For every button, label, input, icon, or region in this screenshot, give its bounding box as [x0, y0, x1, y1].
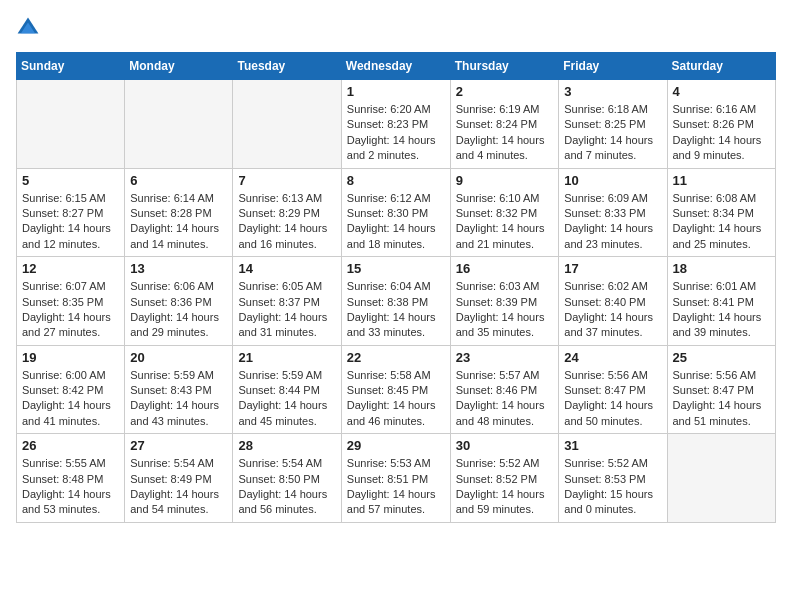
day-info: Sunrise: 6:09 AMSunset: 8:33 PMDaylight:…: [564, 191, 661, 253]
calendar-week-row: 1Sunrise: 6:20 AMSunset: 8:23 PMDaylight…: [17, 80, 776, 169]
day-number: 16: [456, 261, 554, 276]
day-number: 6: [130, 173, 227, 188]
calendar-week-row: 19Sunrise: 6:00 AMSunset: 8:42 PMDayligh…: [17, 345, 776, 434]
day-info: Sunrise: 5:54 AMSunset: 8:49 PMDaylight:…: [130, 456, 227, 518]
weekday-header: Sunday: [17, 53, 125, 80]
day-info: Sunrise: 6:06 AMSunset: 8:36 PMDaylight:…: [130, 279, 227, 341]
day-number: 1: [347, 84, 445, 99]
calendar-day-cell: 22Sunrise: 5:58 AMSunset: 8:45 PMDayligh…: [341, 345, 450, 434]
weekday-header: Friday: [559, 53, 667, 80]
calendar-day-cell: 3Sunrise: 6:18 AMSunset: 8:25 PMDaylight…: [559, 80, 667, 169]
calendar-day-cell: 30Sunrise: 5:52 AMSunset: 8:52 PMDayligh…: [450, 434, 559, 523]
calendar-table: SundayMondayTuesdayWednesdayThursdayFrid…: [16, 52, 776, 523]
day-number: 15: [347, 261, 445, 276]
calendar-day-cell: 27Sunrise: 5:54 AMSunset: 8:49 PMDayligh…: [125, 434, 233, 523]
day-info: Sunrise: 6:14 AMSunset: 8:28 PMDaylight:…: [130, 191, 227, 253]
day-info: Sunrise: 5:56 AMSunset: 8:47 PMDaylight:…: [564, 368, 661, 430]
day-number: 27: [130, 438, 227, 453]
calendar-day-cell: 8Sunrise: 6:12 AMSunset: 8:30 PMDaylight…: [341, 168, 450, 257]
day-info: Sunrise: 5:53 AMSunset: 8:51 PMDaylight:…: [347, 456, 445, 518]
day-info: Sunrise: 5:58 AMSunset: 8:45 PMDaylight:…: [347, 368, 445, 430]
day-number: 30: [456, 438, 554, 453]
day-number: 22: [347, 350, 445, 365]
day-info: Sunrise: 5:52 AMSunset: 8:52 PMDaylight:…: [456, 456, 554, 518]
day-number: 7: [238, 173, 335, 188]
calendar-day-cell: 19Sunrise: 6:00 AMSunset: 8:42 PMDayligh…: [17, 345, 125, 434]
calendar-header-row: SundayMondayTuesdayWednesdayThursdayFrid…: [17, 53, 776, 80]
day-info: Sunrise: 6:10 AMSunset: 8:32 PMDaylight:…: [456, 191, 554, 253]
calendar-day-cell: 4Sunrise: 6:16 AMSunset: 8:26 PMDaylight…: [667, 80, 776, 169]
day-info: Sunrise: 5:59 AMSunset: 8:44 PMDaylight:…: [238, 368, 335, 430]
calendar-day-cell: [667, 434, 776, 523]
day-number: 10: [564, 173, 661, 188]
day-number: 28: [238, 438, 335, 453]
weekday-header: Wednesday: [341, 53, 450, 80]
calendar-day-cell: 23Sunrise: 5:57 AMSunset: 8:46 PMDayligh…: [450, 345, 559, 434]
day-number: 21: [238, 350, 335, 365]
day-number: 20: [130, 350, 227, 365]
calendar-day-cell: 1Sunrise: 6:20 AMSunset: 8:23 PMDaylight…: [341, 80, 450, 169]
day-info: Sunrise: 6:04 AMSunset: 8:38 PMDaylight:…: [347, 279, 445, 341]
day-number: 31: [564, 438, 661, 453]
calendar-day-cell: 24Sunrise: 5:56 AMSunset: 8:47 PMDayligh…: [559, 345, 667, 434]
calendar-day-cell: 29Sunrise: 5:53 AMSunset: 8:51 PMDayligh…: [341, 434, 450, 523]
day-number: 24: [564, 350, 661, 365]
day-number: 17: [564, 261, 661, 276]
calendar-day-cell: 5Sunrise: 6:15 AMSunset: 8:27 PMDaylight…: [17, 168, 125, 257]
weekday-header: Saturday: [667, 53, 776, 80]
day-info: Sunrise: 6:13 AMSunset: 8:29 PMDaylight:…: [238, 191, 335, 253]
day-number: 13: [130, 261, 227, 276]
calendar-day-cell: 10Sunrise: 6:09 AMSunset: 8:33 PMDayligh…: [559, 168, 667, 257]
weekday-header: Tuesday: [233, 53, 341, 80]
calendar-day-cell: 18Sunrise: 6:01 AMSunset: 8:41 PMDayligh…: [667, 257, 776, 346]
day-number: 8: [347, 173, 445, 188]
day-info: Sunrise: 5:59 AMSunset: 8:43 PMDaylight:…: [130, 368, 227, 430]
calendar-day-cell: 14Sunrise: 6:05 AMSunset: 8:37 PMDayligh…: [233, 257, 341, 346]
calendar-day-cell: 6Sunrise: 6:14 AMSunset: 8:28 PMDaylight…: [125, 168, 233, 257]
day-number: 9: [456, 173, 554, 188]
day-number: 12: [22, 261, 119, 276]
day-info: Sunrise: 6:07 AMSunset: 8:35 PMDaylight:…: [22, 279, 119, 341]
calendar-day-cell: 11Sunrise: 6:08 AMSunset: 8:34 PMDayligh…: [667, 168, 776, 257]
calendar-day-cell: 12Sunrise: 6:07 AMSunset: 8:35 PMDayligh…: [17, 257, 125, 346]
day-info: Sunrise: 6:16 AMSunset: 8:26 PMDaylight:…: [673, 102, 771, 164]
day-info: Sunrise: 5:54 AMSunset: 8:50 PMDaylight:…: [238, 456, 335, 518]
day-info: Sunrise: 6:02 AMSunset: 8:40 PMDaylight:…: [564, 279, 661, 341]
day-info: Sunrise: 6:12 AMSunset: 8:30 PMDaylight:…: [347, 191, 445, 253]
day-info: Sunrise: 5:57 AMSunset: 8:46 PMDaylight:…: [456, 368, 554, 430]
calendar-day-cell: 13Sunrise: 6:06 AMSunset: 8:36 PMDayligh…: [125, 257, 233, 346]
logo-icon: [16, 16, 40, 40]
day-number: 3: [564, 84, 661, 99]
calendar-day-cell: 25Sunrise: 5:56 AMSunset: 8:47 PMDayligh…: [667, 345, 776, 434]
day-number: 26: [22, 438, 119, 453]
day-number: 11: [673, 173, 771, 188]
calendar-day-cell: [17, 80, 125, 169]
day-info: Sunrise: 5:52 AMSunset: 8:53 PMDaylight:…: [564, 456, 661, 518]
day-info: Sunrise: 5:55 AMSunset: 8:48 PMDaylight:…: [22, 456, 119, 518]
logo: [16, 16, 44, 40]
day-info: Sunrise: 6:18 AMSunset: 8:25 PMDaylight:…: [564, 102, 661, 164]
day-info: Sunrise: 5:56 AMSunset: 8:47 PMDaylight:…: [673, 368, 771, 430]
day-number: 5: [22, 173, 119, 188]
calendar-day-cell: 2Sunrise: 6:19 AMSunset: 8:24 PMDaylight…: [450, 80, 559, 169]
calendar-day-cell: [125, 80, 233, 169]
calendar-day-cell: 9Sunrise: 6:10 AMSunset: 8:32 PMDaylight…: [450, 168, 559, 257]
day-number: 4: [673, 84, 771, 99]
day-info: Sunrise: 6:01 AMSunset: 8:41 PMDaylight:…: [673, 279, 771, 341]
weekday-header: Thursday: [450, 53, 559, 80]
calendar-day-cell: 28Sunrise: 5:54 AMSunset: 8:50 PMDayligh…: [233, 434, 341, 523]
calendar-day-cell: 17Sunrise: 6:02 AMSunset: 8:40 PMDayligh…: [559, 257, 667, 346]
calendar-day-cell: 21Sunrise: 5:59 AMSunset: 8:44 PMDayligh…: [233, 345, 341, 434]
day-number: 14: [238, 261, 335, 276]
calendar-day-cell: 15Sunrise: 6:04 AMSunset: 8:38 PMDayligh…: [341, 257, 450, 346]
day-info: Sunrise: 6:15 AMSunset: 8:27 PMDaylight:…: [22, 191, 119, 253]
day-number: 25: [673, 350, 771, 365]
day-number: 29: [347, 438, 445, 453]
calendar-day-cell: [233, 80, 341, 169]
calendar-day-cell: 16Sunrise: 6:03 AMSunset: 8:39 PMDayligh…: [450, 257, 559, 346]
calendar-week-row: 26Sunrise: 5:55 AMSunset: 8:48 PMDayligh…: [17, 434, 776, 523]
day-info: Sunrise: 6:00 AMSunset: 8:42 PMDaylight:…: [22, 368, 119, 430]
calendar-day-cell: 20Sunrise: 5:59 AMSunset: 8:43 PMDayligh…: [125, 345, 233, 434]
day-info: Sunrise: 6:20 AMSunset: 8:23 PMDaylight:…: [347, 102, 445, 164]
day-number: 19: [22, 350, 119, 365]
